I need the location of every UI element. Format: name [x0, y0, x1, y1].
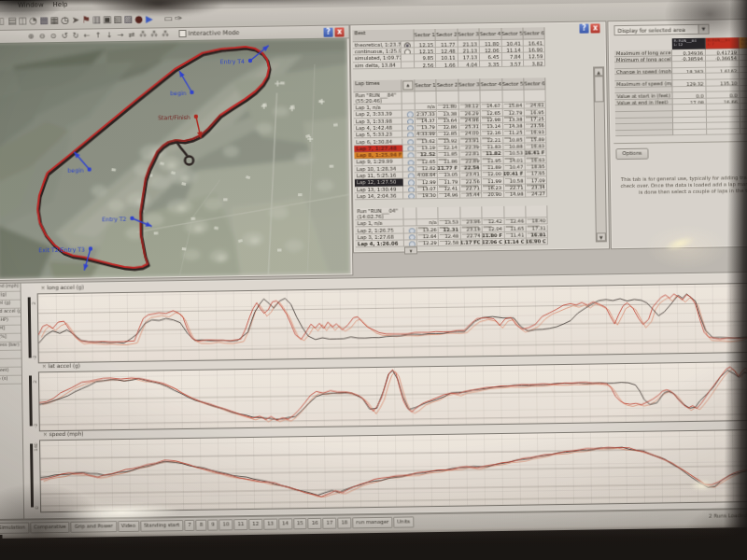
tab-16[interactable]: 16 [308, 518, 322, 529]
stopwatch-icon[interactable]: ◷ [60, 13, 70, 27]
tab-comparative[interactable]: Comparative [30, 522, 70, 533]
trace-lap-8-orange- [43, 446, 747, 501]
tab-9[interactable]: 9 [207, 520, 218, 531]
sector-cell: 12.29 [417, 240, 439, 247]
pointer-icon[interactable]: ➤ [70, 13, 80, 27]
best-row-radio[interactable] [402, 62, 415, 68]
menu-item-help[interactable]: Help [49, 0, 73, 8]
lap-row-label[interactable]: Lap 14, 2:04.36 [355, 192, 403, 200]
graph-range-bar[interactable] [28, 297, 32, 357]
secval: 11.82 [486, 150, 501, 156]
pan-right-icon[interactable]: → [115, 30, 125, 40]
table-icon[interactable]: ▣ [102, 12, 112, 26]
lap-scroll-up[interactable]: ▲ [402, 79, 415, 91]
secval: 12.79 [508, 109, 522, 115]
display-mode-dropdown[interactable]: Display for selected area▼ [613, 24, 709, 36]
tab-units[interactable]: Units [393, 516, 414, 527]
record-icon[interactable]: ● [134, 12, 144, 26]
lap-tables-window: ? x BestSector 1Sector 2Sector 3Sector 4… [349, 21, 610, 253]
chart-x-icon[interactable]: ▩ [38, 13, 49, 27]
interactive-mode-checkbox[interactable]: Interactive Mode [178, 29, 239, 37]
tab-14[interactable]: 14 [278, 518, 292, 529]
rotate-cw-icon[interactable]: ↻ [70, 31, 80, 41]
track-nodes-icon[interactable]: ⁂ [148, 29, 159, 39]
tab-7[interactable]: 7 [184, 520, 195, 531]
play-icon[interactable]: ▶ [144, 11, 154, 25]
application-screen: WindowHelp ▯▤◫◔▩▦◷➤⚑▥▣▧▨●▶▭✑ Interactive… [0, 0, 747, 539]
secval: 22.89 [465, 158, 479, 163]
menu-item-window[interactable]: Window [13, 0, 49, 9]
grow [615, 128, 747, 136]
tab-video[interactable]: Video [118, 521, 139, 532]
tab-10[interactable]: 10 [219, 519, 233, 530]
zoom-fit-icon[interactable]: ⊙ [48, 31, 58, 41]
small-chart-icon[interactable]: ▥ [92, 12, 102, 26]
scroll-down-button[interactable]: ▼ [597, 232, 606, 241]
save-icon[interactable]: ◫ [18, 13, 28, 27]
secval: 23.41 [466, 172, 480, 177]
lap-scroll-down[interactable]: ▼ [404, 247, 417, 255]
channel-item[interactable]: time slip (s) [0, 376, 21, 385]
checkbox-icon[interactable] [178, 30, 186, 37]
secval: 11.99 [487, 177, 501, 183]
secval: 22.71 [510, 184, 524, 189]
tab-18[interactable]: 18 [337, 517, 351, 528]
graph-range-bar[interactable] [29, 375, 32, 426]
tab-17[interactable]: 17 [323, 518, 337, 529]
graph-plot-speed[interactable] [39, 429, 747, 512]
graph-range-bar[interactable] [30, 443, 34, 507]
secval: 38.12 [465, 104, 479, 109]
split-nodes-icon[interactable]: ⁂ [160, 29, 170, 39]
stats-panel-window: Display for selected area▼ R: RUN___84L:… [607, 19, 747, 249]
tab-8[interactable]: 8 [196, 520, 207, 531]
new-file-icon[interactable]: ▯ [0, 14, 7, 28]
chart-disk-icon[interactable]: ▦ [49, 13, 60, 27]
pan-down-icon[interactable]: ↓ [104, 30, 114, 40]
tab-12[interactable]: 12 [248, 519, 262, 530]
tab-simulation[interactable]: Simulation [0, 523, 29, 534]
rotate-ccw-icon[interactable]: ↺ [59, 31, 69, 41]
grid-icon[interactable]: ▨ [123, 12, 134, 26]
scroll-thumb[interactable] [594, 76, 603, 102]
tab-15[interactable]: 15 [293, 518, 307, 529]
tab-standing-start[interactable]: Standing start [140, 520, 183, 531]
zoom-out-icon[interactable]: ⊖ [36, 31, 47, 41]
measure-icon[interactable]: ⇄ [126, 30, 136, 40]
sector-cell: 24.27 [526, 190, 547, 198]
line [41, 466, 747, 476]
svg [39, 362, 747, 430]
tab-grip-and-power[interactable]: Grip and Power [71, 521, 117, 532]
zoom-in-icon[interactable]: ⊕ [25, 31, 35, 41]
secval: 18.40 [532, 218, 546, 224]
tab-run-manager[interactable]: run manager [352, 517, 392, 528]
flag-icon[interactable]: ⚑ [81, 12, 92, 26]
cup-icon[interactable]: ◔ [28, 13, 38, 27]
graph-plot-lat[interactable] [38, 361, 747, 431]
secval: 16.93 [530, 130, 544, 135]
map-help-button[interactable]: ? [323, 27, 332, 36]
pan-up-icon[interactable]: ↑ [92, 30, 103, 40]
tab-13[interactable]: 13 [263, 519, 277, 530]
map-label-start-finish: Start/Finish [158, 114, 190, 121]
track-map[interactable]: Entry T4beginStart/FinishbeginEntry T2Ex… [0, 37, 350, 279]
channels-list-panel: GPS speed (mph)lat accel (g)long accel (… [0, 283, 24, 520]
tab-11[interactable]: 11 [233, 519, 247, 530]
secval: n/a [427, 104, 434, 109]
options-button[interactable]: Options [615, 148, 648, 161]
sector-cell: 12.06 C [483, 239, 504, 246]
secval: 12.82 [422, 165, 436, 171]
note-icon[interactable]: ▭ [163, 11, 174, 25]
dropdown-arrow-icon[interactable]: ▼ [698, 25, 708, 34]
nodes-icon[interactable]: ⁂ [137, 30, 148, 40]
map-close-button[interactable]: x [334, 27, 344, 36]
graph-plot-long[interactable] [37, 283, 747, 363]
scroll-up-button[interactable]: ▲ [594, 67, 603, 76]
tables-vertical-scrollbar[interactable]: ▲▼ [593, 66, 607, 242]
pan-left-icon[interactable]: ← [81, 30, 92, 40]
lap-row-label[interactable]: Lap 4, 1:26.06 [356, 241, 404, 248]
lap-times-table: Lap times▲Sector 1Sector 2Sector 3Sector… [351, 77, 597, 250]
open-file-icon[interactable]: ▤ [7, 14, 18, 28]
hand-icon[interactable]: ✑ [174, 11, 184, 25]
secval: 12.06 C [483, 239, 502, 245]
chart-zoom-icon[interactable]: ▧ [112, 12, 122, 26]
